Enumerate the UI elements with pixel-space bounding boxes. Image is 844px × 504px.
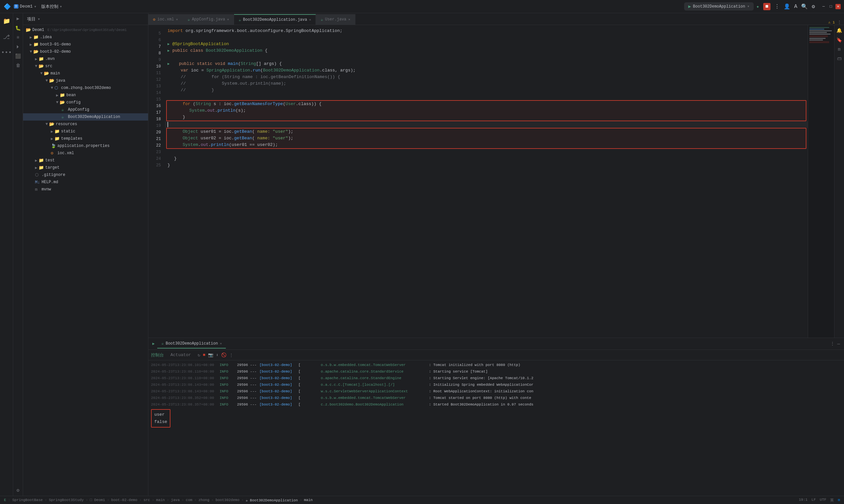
- breadcrumb-main[interactable]: main: [156, 498, 165, 502]
- run2-tool[interactable]: ⏵: [16, 44, 20, 49]
- run-config-dropdown[interactable]: ▾: [747, 4, 750, 9]
- tree-boot301[interactable]: ▶ 📁 boot3-01-demo: [23, 41, 148, 48]
- scroll-icon[interactable]: ⬇: [216, 353, 219, 358]
- database-icon[interactable]: 🗃: [837, 56, 842, 61]
- tree-package[interactable]: ▼ ⬡ com.zhong.boot302demo: [23, 84, 148, 92]
- tree-ioc-xml[interactable]: ⚙ ioc.xml: [23, 149, 148, 157]
- tree-static[interactable]: ▶ 📁 static: [23, 128, 148, 135]
- tree-idea[interactable]: ▶ 📁 .idea: [23, 34, 148, 41]
- breadcrumb-springbootbase[interactable]: SpringBootBase: [12, 498, 42, 502]
- stop-icon[interactable]: ■: [203, 353, 205, 357]
- tree-main[interactable]: ▼ 📂 main: [23, 70, 148, 77]
- minimize-button[interactable]: —: [821, 4, 826, 9]
- stop-tool[interactable]: ⬛: [15, 53, 21, 59]
- code-editor[interactable]: 5 6 7 8 9 10 11 12 13 14 15 16 17 18: [148, 25, 844, 338]
- close-button[interactable]: ✕: [836, 4, 841, 9]
- tree-mvn[interactable]: ▶ 📁 .mvn: [23, 55, 148, 62]
- breadcrumb-method[interactable]: main: [304, 498, 312, 502]
- more-icon[interactable]: ⋮: [774, 3, 780, 10]
- more-console-icon[interactable]: ⋮: [229, 353, 234, 358]
- run-tab-close[interactable]: ✕: [220, 342, 222, 345]
- project-panel-header: 项目 ▾: [23, 13, 148, 25]
- tree-root[interactable]: 📂 Deom1 E:\SpringBootBase\SpringBoot3Stu…: [23, 26, 148, 34]
- tree-appconfig[interactable]: ☕ AppConfig: [23, 106, 148, 113]
- run-config[interactable]: ▶ Boot302DemoApplication ▾: [684, 2, 753, 11]
- tab-ioc-xml[interactable]: ⚙ ioc.xml ✕: [148, 14, 183, 25]
- bookmark-icon[interactable]: 🔖: [837, 37, 842, 43]
- gear-icon[interactable]: ⚙: [812, 3, 815, 10]
- activity-bar: 📁 ⎇ •••: [0, 13, 13, 496]
- code-content[interactable]: import org.springframework.boot.autoconf…: [165, 25, 808, 338]
- tree-java[interactable]: ▼ 📂 java: [23, 77, 148, 84]
- panel-minimize-icon[interactable]: —: [838, 341, 840, 346]
- root-folder-icon: 📂: [26, 28, 31, 33]
- format-tool[interactable]: ≡: [16, 35, 19, 40]
- boot302-tab-close[interactable]: ✕: [309, 18, 311, 22]
- tree-boot302[interactable]: ▼ 📂 boot3-02-demo: [23, 48, 148, 55]
- idea-folder-icon: 📁: [33, 35, 38, 40]
- account-icon[interactable]: 👤: [784, 3, 790, 10]
- breadcrumb-src[interactable]: src: [143, 498, 150, 502]
- tree-config[interactable]: ▼ 📂 config: [23, 99, 148, 106]
- code-line-10: ▶ public static void main(String[] args)…: [165, 60, 808, 67]
- breadcrumb-zhong[interactable]: zhong: [199, 498, 209, 502]
- user-tab-close[interactable]: ✕: [348, 17, 350, 21]
- search-icon[interactable]: 🔍: [801, 3, 808, 10]
- tree-resources[interactable]: ▼ 📂 resources: [23, 121, 148, 128]
- appconfig-icon: ☕: [61, 107, 67, 112]
- window-controls: — □ ✕: [821, 4, 841, 9]
- project-dropdown-icon[interactable]: ▾: [34, 4, 37, 9]
- project-label[interactable]: D Deom1 ▾: [14, 4, 37, 9]
- tree-boot302app[interactable]: ☕ Boot302DemoApplication: [23, 113, 148, 121]
- breadcrumb-com[interactable]: com: [186, 498, 192, 502]
- copilot-icon[interactable]: ✦: [756, 3, 760, 10]
- panel-menu-icon[interactable]: ⋮: [830, 341, 835, 346]
- tree-src[interactable]: ▼ 📂 src: [23, 62, 148, 70]
- tab-user[interactable]: ☕ User.java ✕: [316, 14, 355, 25]
- panel-tab-run[interactable]: ☕ Boot302DemoApplication ✕: [157, 339, 226, 348]
- tree-bean[interactable]: ▶ 📁 bean: [23, 92, 148, 99]
- activity-more[interactable]: •••: [1, 48, 12, 58]
- appconfig-tab-close[interactable]: ✕: [227, 17, 229, 21]
- project-name: Deom1: [20, 4, 33, 9]
- breadcrumb-boot302demo[interactable]: boot302demo: [216, 498, 240, 502]
- vcs-label[interactable]: 版本控制 ▾: [41, 4, 62, 10]
- run-config-name: Boot302DemoApplication: [693, 4, 745, 9]
- run-tool[interactable]: ▶: [16, 16, 19, 21]
- tree-target[interactable]: ▶ 📁 target: [23, 164, 148, 171]
- breadcrumb-class[interactable]: ☕ Boot302DemoApplication: [246, 498, 298, 502]
- activity-project[interactable]: 📁: [1, 16, 12, 26]
- structure-icon[interactable]: m: [838, 47, 840, 52]
- screenshot-icon[interactable]: 📷: [208, 353, 213, 358]
- test-chevron: ▶: [35, 158, 37, 163]
- tab-boot302[interactable]: ☕ Boot302DemoApplication.java ✕: [234, 14, 316, 25]
- debug-tool[interactable]: 🐛: [15, 25, 21, 31]
- tree-gitignore[interactable]: ⬡ .gitignore: [23, 171, 148, 179]
- console-tab-console[interactable]: 控制台: [151, 352, 164, 358]
- tree-mvnw[interactable]: m mvnw: [23, 186, 148, 193]
- tree-appprops[interactable]: 🍃 application.properties: [23, 142, 148, 149]
- activity-git[interactable]: ⎇: [1, 32, 12, 42]
- tree-templates[interactable]: ▶ 📁 templates: [23, 135, 148, 142]
- breadcrumb-deom1[interactable]: □ Deom1: [90, 498, 105, 502]
- settings-icon[interactable]: ■: [763, 3, 771, 10]
- breadcrumb-java[interactable]: java: [171, 498, 180, 502]
- breadcrumb-boot302[interactable]: boot-02-demo: [111, 498, 137, 502]
- tab-menu-icon[interactable]: ⋮: [838, 20, 841, 25]
- java-chevron: ▼: [46, 78, 48, 83]
- tab-appconfig[interactable]: ☕ AppConfig.java ✕: [183, 14, 234, 25]
- restart-icon[interactable]: ↻: [197, 353, 200, 358]
- console-tab-actuator[interactable]: Actuator: [170, 353, 191, 357]
- delete-tool[interactable]: 🗑: [16, 63, 20, 68]
- tree-test[interactable]: ▶ 📁 test: [23, 157, 148, 164]
- maximize-button[interactable]: □: [828, 4, 833, 9]
- config-folder-icon: 📂: [60, 100, 65, 105]
- project-header-dropdown[interactable]: ▾: [38, 16, 40, 22]
- breadcrumb-springboot3study[interactable]: SpringBoot3Study: [49, 498, 84, 502]
- clear-icon[interactable]: 🚫: [221, 353, 226, 358]
- notifications-icon[interactable]: 🔔: [837, 28, 842, 33]
- ioc-tab-close[interactable]: ✕: [176, 17, 178, 21]
- tree-helpmd[interactable]: M↓ HELP.md: [23, 179, 148, 186]
- settings-tool[interactable]: ⚙: [16, 488, 19, 493]
- translate-icon[interactable]: A: [794, 4, 797, 10]
